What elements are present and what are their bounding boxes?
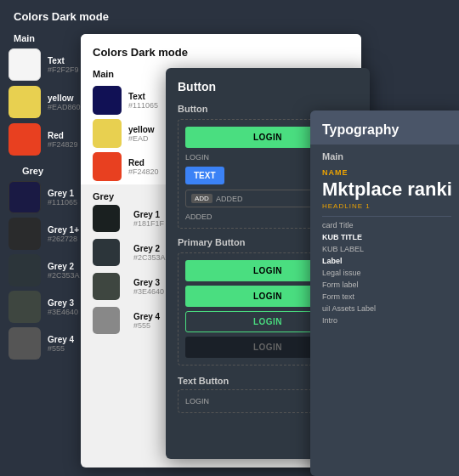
swatch-yellow-box <box>8 86 41 118</box>
mktplace-ranking-title: Mktplace ranki <box>310 177 459 202</box>
dark-window: Colors Dark mode Main Text #F2F2F9 yello… <box>0 0 459 476</box>
typo-row-assets-label: uiI Assets Label <box>310 303 459 314</box>
swatch-grey1-light-info: Grey 1 #181F1F <box>133 210 164 228</box>
typo-row-form-label: Form label <box>310 279 459 291</box>
swatch-text-light-info: Text #111065 <box>128 92 158 110</box>
swatch-text-light-box <box>93 86 122 115</box>
swatch-grey2-box <box>8 254 41 286</box>
swatch-grey3-light-box <box>93 273 120 300</box>
typo-row-form-text: Form text <box>310 291 459 303</box>
swatch-grey1-info: Grey 1 #111065 <box>48 189 77 207</box>
typo-name-header: NAME <box>310 165 459 177</box>
button-panel-title: Button <box>166 68 370 100</box>
swatch-grey4-light-info: Grey 4 #555 <box>133 312 160 330</box>
typography-panel: Typography Main NAME Mktplace ranki HEAD… <box>310 110 459 476</box>
typo-row-legal: Legal issue <box>310 267 459 279</box>
swatch-grey1-light-hex: #181F1F <box>133 219 164 228</box>
typo-row-kub-title: KUB TITLE <box>310 231 459 243</box>
swatch-grey1-hex: #111065 <box>48 198 77 207</box>
typo-legal-label: Legal issue <box>322 269 361 277</box>
typo-row-kub-label: KUB LABEL <box>310 243 459 255</box>
swatch-grey1-box <box>8 181 41 213</box>
typo-intro-label: Intro <box>322 316 337 325</box>
swatch-red-light-name: Red <box>128 158 159 167</box>
add-badge: ADD <box>191 194 212 203</box>
swatch-grey1plus-info: Grey 1+ #262728 <box>48 225 79 243</box>
swatch-text-box <box>8 48 41 81</box>
swatch-grey2-light-box <box>93 239 120 266</box>
typo-kub-label: KUB LABEL <box>322 245 364 253</box>
swatch-grey3-box <box>8 291 41 323</box>
swatch-red-light-hex: #F24820 <box>128 167 159 176</box>
typo-assets-label: uiI Assets Label <box>322 304 376 313</box>
typo-row-intro: Intro <box>310 314 459 326</box>
swatch-grey4-hex: #555 <box>48 344 74 353</box>
swatch-grey1-light-name: Grey 1 <box>133 210 164 219</box>
swatch-grey3-light-hex: #3E4640 <box>133 287 164 296</box>
swatch-grey1-name: Grey 1 <box>48 189 77 198</box>
swatch-grey3-info: Grey 3 #3E4640 <box>48 298 78 316</box>
swatch-yellow-name: yellow <box>48 94 81 103</box>
swatch-text-light-hex: #111065 <box>128 101 158 110</box>
typo-row-card-title: card Title <box>310 219 459 231</box>
typo-card-title-label: card Title <box>322 221 354 230</box>
swatch-grey2-hex: #2C353A <box>48 271 80 280</box>
swatch-red-box <box>8 123 41 156</box>
typo-form-label: Form label <box>322 280 359 289</box>
typo-form-text-label: Form text <box>322 292 354 301</box>
typography-title: Typography <box>310 110 459 144</box>
text-button-blue[interactable]: TEXT <box>185 167 224 184</box>
swatch-grey3-light-info: Grey 3 #3E4640 <box>133 278 164 296</box>
typo-kub-title-label: KUB TITLE <box>322 233 362 241</box>
swatch-grey4-light-box <box>93 307 120 334</box>
swatch-red-info: Red #F24829 <box>48 131 78 149</box>
swatch-grey3-name: Grey 3 <box>48 298 78 308</box>
added-label: ADDED <box>216 195 243 203</box>
swatch-yellow-light-hex: #EAD <box>128 134 155 143</box>
white-panel-title: Colors Dark mode <box>81 34 361 64</box>
swatch-red-light-box <box>93 152 122 181</box>
typo-divider <box>322 216 451 217</box>
swatch-yellow-light-name: yellow <box>128 125 155 134</box>
swatch-grey3-hex: #3E4640 <box>48 308 78 316</box>
swatch-yellow-info: yellow #EAD860 <box>48 94 81 111</box>
swatch-red-light-info: Red #F24820 <box>128 158 159 176</box>
headline-1-label: HEADLINE 1 <box>310 202 459 213</box>
typo-label-label: Label <box>322 257 343 265</box>
typo-row-label: Label <box>310 255 459 267</box>
swatch-grey2-light-name: Grey 2 <box>133 244 166 253</box>
swatch-text-info: Text #F2F2F9 <box>48 56 79 74</box>
swatch-text-hex: #F2F2F9 <box>48 65 79 74</box>
swatch-grey4-light-hex: #555 <box>133 321 160 330</box>
swatch-text-name: Text <box>48 56 79 65</box>
swatch-grey2-light-info: Grey 2 #2C353A <box>133 244 166 262</box>
swatch-yellow-light-info: yellow #EAD <box>128 125 155 143</box>
swatch-grey4-box <box>8 327 41 360</box>
swatch-red-name: Red <box>48 131 78 140</box>
swatch-text-light-name: Text <box>128 92 158 101</box>
swatch-grey2-info: Grey 2 #2C353A <box>48 262 80 280</box>
swatch-grey1-light-box <box>93 205 120 232</box>
swatch-grey4-info: Grey 4 #555 <box>48 335 74 353</box>
swatch-grey1plus-hex: #262728 <box>48 235 79 243</box>
swatch-grey1plus-box <box>8 218 41 250</box>
swatch-yellow-hex: #EAD860 <box>48 103 81 111</box>
dark-window-title: Colors Dark mode <box>0 0 459 30</box>
swatch-grey4-light-name: Grey 4 <box>133 312 160 321</box>
swatch-grey2-light-hex: #2C353A <box>133 253 166 262</box>
swatch-grey1plus-name: Grey 1+ <box>48 225 79 235</box>
swatch-grey2-name: Grey 2 <box>48 262 80 271</box>
swatch-grey3-light-name: Grey 3 <box>133 278 164 287</box>
swatch-yellow-light-box <box>93 119 122 148</box>
swatch-red-hex: #F24829 <box>48 140 78 149</box>
typo-main-label: Main <box>310 144 459 165</box>
swatch-grey4-name: Grey 4 <box>48 335 74 344</box>
